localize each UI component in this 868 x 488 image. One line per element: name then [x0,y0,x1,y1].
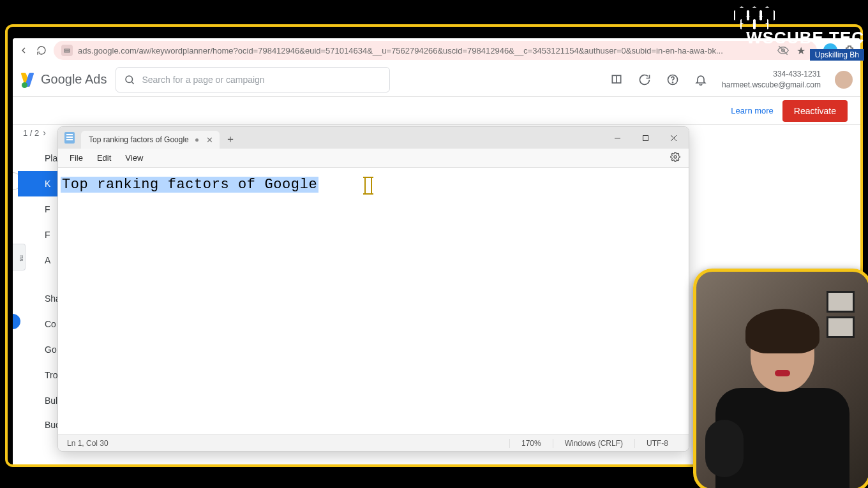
notepad-titlebar[interactable]: Top ranking factors of Google ✕ ＋ [58,127,689,149]
notepad-tab[interactable]: Top ranking factors of Google ✕ [81,131,220,149]
status-zoom[interactable]: 170% [509,439,553,448]
google-ads-logo[interactable]: Google Ads [20,71,107,88]
refresh-icon[interactable] [638,73,652,87]
account-email: harmeet.wscube@gmail.com [722,80,821,91]
address-bar[interactable]: ads.google.com/aw/keywordplanner/home?oc… [54,41,817,60]
brand-tagline: Upskilling Bh [810,49,864,61]
gads-search[interactable]: Search for a page or campaign [116,67,390,92]
microphone-icon [705,420,744,477]
status-eol: Windows (CRLF) [553,439,634,448]
settings-gear-icon[interactable] [667,152,684,164]
notepad-window: Top ranking factors of Google ✕ ＋ [57,126,689,452]
status-position: Ln 1, Col 30 [67,439,509,448]
close-button[interactable] [659,127,687,149]
help-icon[interactable] [666,73,680,87]
avatar[interactable] [835,71,853,89]
maximize-button[interactable] [631,127,659,149]
tab-close-icon[interactable]: ✕ [205,135,214,145]
selected-text: Top ranking factors of Google [61,177,318,193]
menu-file[interactable]: File [63,150,89,166]
search-icon [124,74,135,85]
google-ads-icon [20,71,37,88]
reload-icon[interactable] [36,45,47,56]
chrome-toolbar: ads.google.com/aw/keywordplanner/home?oc… [13,38,860,63]
gads-header: Google Ads Search for a page or campaign [13,63,860,97]
menu-view[interactable]: View [119,150,149,166]
brand-name: WSCUBE TEC [737,28,864,48]
svg-rect-0 [64,49,70,50]
svg-rect-1 [64,51,70,52]
svg-point-4 [126,76,133,83]
minimize-button[interactable] [603,127,631,149]
menu-edit[interactable]: Edit [91,150,117,166]
svg-point-14 [674,156,677,158]
svg-point-9 [673,82,673,82]
reactivate-button[interactable]: Reactivate [782,100,848,122]
site-info-icon[interactable] [61,45,73,56]
account-info[interactable]: 334-433-1231 harmeet.wscube@gmail.com [722,69,821,91]
svg-rect-11 [643,135,648,140]
reactivate-banner: Learn more Reactivate [13,97,860,125]
wscube-brand: WSCUBE TEC Upskilling Bh [737,6,864,61]
text-cursor-icon [364,178,372,193]
window-controls [603,127,687,149]
notepad-textarea[interactable]: Top ranking factors of Google [58,168,689,434]
product-name: Google Ads [41,72,107,87]
chevron-right-icon[interactable]: › [43,128,46,138]
notepad-statusbar: Ln 1, Col 30 170% Windows (CRLF) UTF-8 [58,434,689,451]
appearance-icon[interactable] [610,73,624,87]
notepad-tab-title: Top ranking factors of Google [89,135,189,144]
presenter-webcam [693,269,868,488]
notepad-menubar: File Edit View [58,149,689,168]
search-placeholder: Search for a page or campaign [142,75,264,85]
notepad-icon [64,132,75,144]
notifications-icon[interactable] [694,73,708,87]
svg-line-5 [132,82,134,84]
header-right: 334-433-1231 harmeet.wscube@gmail.com [610,69,853,91]
account-phone: 334-433-1231 [773,69,821,80]
url-text: ads.google.com/aw/keywordplanner/home?oc… [78,46,770,55]
new-tab-button[interactable]: ＋ [222,133,239,146]
back-icon[interactable] [18,45,29,56]
status-encoding: UTF-8 [634,439,680,448]
unsaved-indicator-icon [195,138,198,142]
learn-more-link[interactable]: Learn more [731,106,773,115]
